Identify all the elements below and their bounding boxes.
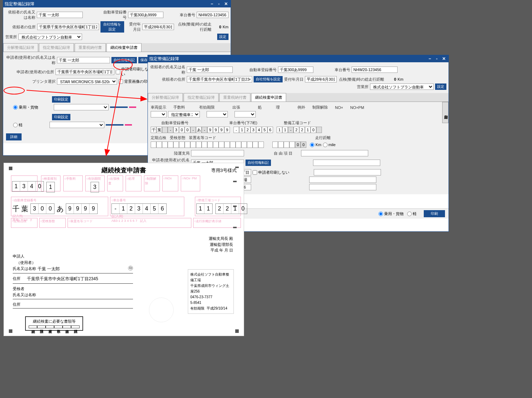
- equip-char[interactable]: [156, 142, 162, 148]
- equip-char[interactable]: [162, 142, 168, 148]
- km-radio[interactable]: Km: [310, 143, 322, 147]
- minimize-icon[interactable]: −: [209, 1, 215, 7]
- equip-char[interactable]: [247, 142, 253, 148]
- mileage-char[interactable]: [278, 142, 284, 148]
- equip-char[interactable]: [179, 142, 185, 148]
- reg-char[interactable]: 0: [179, 127, 185, 133]
- factory-char[interactable]: 2: [299, 127, 305, 133]
- reg-char[interactable]: 千: [151, 127, 156, 133]
- action-button-2[interactable]: [129, 106, 136, 108]
- action-button-3[interactable]: [106, 124, 123, 126]
- light-vehicle-radio[interactable]: 軽: [13, 122, 23, 128]
- equip-char[interactable]: [213, 142, 219, 148]
- tab-keizoku[interactable]: 継続検査申請書: [106, 43, 141, 52]
- validity-select[interactable]: 指定整備車２年: [168, 111, 200, 117]
- office-select[interactable]: 株式会社ソフトプラン自動車: [18, 34, 82, 40]
- trip-select[interactable]: [207, 111, 228, 117]
- registration-input-2[interactable]: [278, 67, 313, 73]
- print-settings-button-1[interactable]: 印刷設定: [52, 96, 70, 103]
- mileage-char[interactable]: [284, 142, 289, 148]
- registration-input[interactable]: [128, 12, 163, 18]
- chassis-char[interactable]: 3: [250, 127, 256, 133]
- chassis-char[interactable]: 1: [239, 127, 245, 133]
- free-item-input-4[interactable]: [309, 177, 376, 183]
- settings-button-2[interactable]: 設定: [435, 83, 446, 90]
- equip-char[interactable]: [219, 142, 224, 148]
- tab-juryou-2[interactable]: 重量税納付書: [219, 93, 250, 102]
- no-print-applicant-checkbox-2[interactable]: 申請者印刷しない: [253, 170, 289, 175]
- mileage-char[interactable]: [272, 142, 278, 148]
- factory-char[interactable]: 1: [282, 127, 288, 133]
- company-transfer-button-2[interactable]: 自社情報転記: [245, 160, 271, 166]
- company-info-button[interactable]: 自社情報を設定: [100, 21, 124, 33]
- equip-char[interactable]: [202, 142, 207, 148]
- equip-char[interactable]: [168, 142, 173, 148]
- company-info-button-2[interactable]: 自社情報を設定: [254, 76, 283, 82]
- vehicle-presentation-select[interactable]: [151, 111, 167, 117]
- equip-char[interactable]: [241, 142, 247, 148]
- reg-char[interactable]: 9: [224, 127, 230, 133]
- reg-char[interactable]: 9: [219, 127, 224, 133]
- tab-juryou[interactable]: 重量税納付書: [75, 43, 106, 52]
- requester-name-input-2[interactable]: [187, 67, 233, 73]
- tab-shitei[interactable]: 指定整備記録簿: [39, 43, 74, 52]
- reg-char[interactable]: あ: [196, 127, 202, 133]
- requester-addr-input[interactable]: [37, 24, 99, 30]
- receipt-date-input-2[interactable]: [305, 76, 337, 82]
- chassis-char[interactable]: 5: [262, 127, 267, 133]
- maximize-icon-2[interactable]: ▫: [434, 56, 440, 62]
- tab-keizoku-2[interactable]: 継続検査申請書: [251, 93, 286, 102]
- free-item-input-2[interactable]: [313, 160, 380, 166]
- factory-char[interactable]: 1: [305, 127, 311, 133]
- tab-shitei-2[interactable]: 指定整備記録簿: [184, 93, 219, 102]
- reg-char[interactable]: 0: [185, 127, 190, 133]
- transport-branch-input[interactable]: [191, 150, 244, 156]
- settings-button[interactable]: 設定: [217, 34, 229, 40]
- chassis-input[interactable]: [197, 12, 229, 18]
- requester-addr-input-2[interactable]: [187, 76, 252, 82]
- equip-char[interactable]: [253, 142, 258, 148]
- applicant-addr-input[interactable]: [56, 69, 114, 75]
- detail-button[interactable]: 詳細: [6, 133, 22, 140]
- equip-char[interactable]: [224, 142, 230, 148]
- chassis-char[interactable]: 4: [256, 127, 262, 133]
- factory-char[interactable]: 0: [311, 127, 316, 133]
- receipt-date-input[interactable]: [142, 24, 174, 30]
- factory-char[interactable]: 1: [277, 127, 282, 133]
- equip-char[interactable]: [230, 142, 236, 148]
- maximize-icon[interactable]: ▫: [216, 1, 222, 7]
- light-vehicle-radio-2[interactable]: 軽: [407, 211, 417, 217]
- print-settings-button-2[interactable]: 印刷設定: [52, 114, 70, 120]
- print-settings-vertical[interactable]: 印刷設定: [442, 102, 449, 123]
- mile-radio[interactable]: mile: [323, 143, 336, 147]
- passenger-select[interactable]: [54, 104, 109, 110]
- printer-select[interactable]: STAR MICRONICS SM-S20x: [57, 78, 117, 85]
- requester-name-input[interactable]: [37, 12, 83, 18]
- passenger-cargo-radio-2[interactable]: 乗用・貨物: [378, 211, 404, 217]
- chassis-input-2[interactable]: [352, 67, 398, 73]
- equip-char[interactable]: [236, 142, 241, 148]
- reg-char[interactable]: 3: [173, 127, 179, 133]
- reg-char[interactable]: 9: [213, 127, 219, 133]
- tab-bunkai[interactable]: 分解整備記録簿: [3, 43, 38, 52]
- action-button-1[interactable]: [110, 106, 128, 108]
- chassis-char[interactable]: 2: [245, 127, 250, 133]
- equip-char[interactable]: [196, 142, 202, 148]
- mileage-char[interactable]: [289, 142, 295, 148]
- office-select-2[interactable]: 株式会社ソフトプラン自動車: [370, 83, 434, 90]
- tab-bunkai-2[interactable]: 分解整備記録簿: [148, 93, 183, 102]
- chassis-char[interactable]: -: [233, 127, 239, 133]
- chassis-char[interactable]: 6: [267, 127, 273, 133]
- minimize-icon-2[interactable]: −: [427, 56, 433, 62]
- equip-char[interactable]: [151, 142, 156, 148]
- reg-char[interactable]: 9: [207, 127, 213, 133]
- close-icon-2[interactable]: ✕: [441, 56, 447, 62]
- equip-char[interactable]: [258, 142, 264, 148]
- action-button-4[interactable]: [125, 124, 132, 126]
- free-item-input-5[interactable]: [309, 184, 376, 190]
- print-button[interactable]: 印刷: [424, 210, 445, 217]
- reg-char[interactable]: 葉: [156, 127, 162, 133]
- process-select[interactable]: [235, 111, 256, 117]
- equip-char[interactable]: [207, 142, 213, 148]
- no-bg-print-checkbox[interactable]: 背景画像の印刷: [118, 79, 151, 84]
